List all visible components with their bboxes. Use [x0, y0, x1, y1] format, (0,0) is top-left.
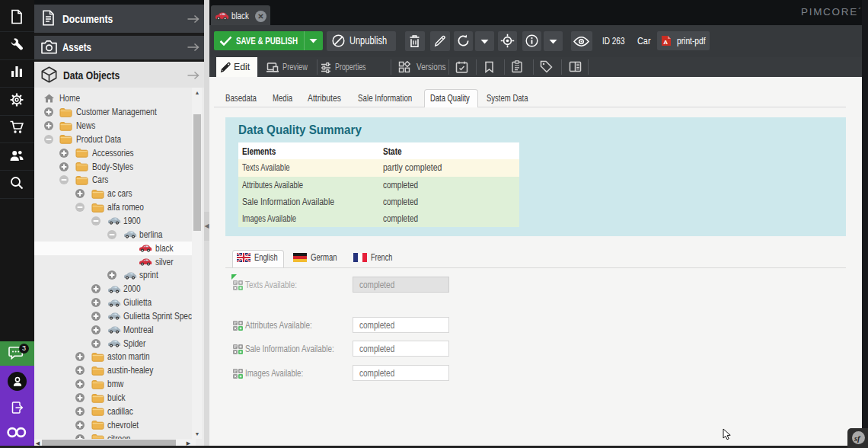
svg-text:sf: sf [854, 434, 861, 442]
svg-text:A: A [663, 39, 668, 46]
